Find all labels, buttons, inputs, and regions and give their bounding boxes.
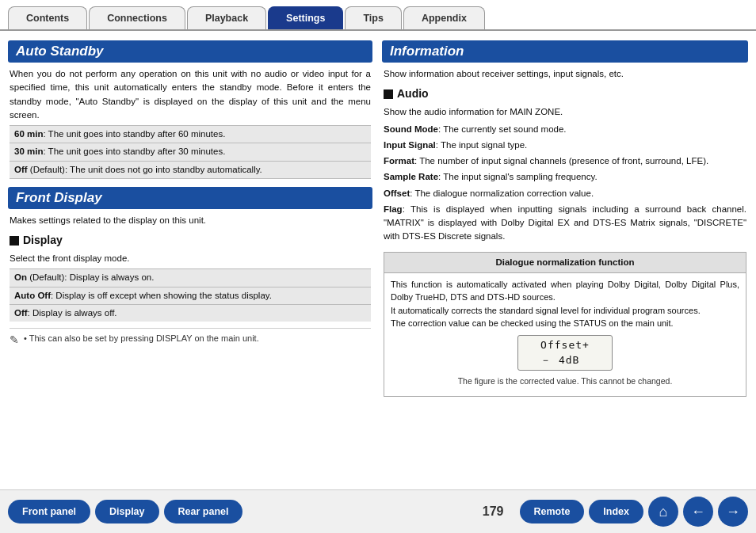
dialogue-box-body: This function is automatically activated… [384, 273, 746, 396]
tab-connections[interactable]: Connections [89, 6, 185, 29]
audio-subheading: Audio [384, 86, 746, 102]
standby-row-off: Off (Default): The unit does not go into… [10, 161, 371, 179]
content-area: Auto Standby When you do not perform any… [0, 29, 756, 475]
front-panel-button[interactable]: Front panel [8, 500, 90, 523]
index-button[interactable]: Index [589, 500, 643, 523]
front-display-body: Makes settings related to the display on… [8, 214, 372, 352]
back-button[interactable]: ← [683, 497, 713, 527]
tabs-bar: Contents Connections Playback Settings T… [0, 0, 756, 29]
square-icon [10, 236, 19, 246]
tab-playback[interactable]: Playback [187, 6, 266, 29]
info-offset: Offset: The dialogue normalization corre… [384, 187, 746, 200]
right-column: Information Show information about recei… [382, 40, 748, 467]
display-graphic: Offset+－ 4dB [517, 335, 613, 371]
auto-standby-section: Auto Standby When you do not perform any… [8, 40, 372, 179]
info-format: Format: The number of input signal chann… [384, 154, 746, 168]
display-button[interactable]: Display [95, 500, 158, 523]
page-number: 179 [483, 504, 504, 519]
display-row-on: On (Default): Display is always on. [10, 268, 371, 286]
info-input-signal: Input Signal: The input signal type. [384, 139, 746, 152]
display-subheading: Display [10, 232, 371, 249]
left-column: Auto Standby When you do not perform any… [8, 40, 372, 467]
information-section: Information Show information about recei… [382, 40, 748, 397]
dialogue-box-header: Dialogue normalization function [384, 253, 746, 273]
tab-contents[interactable]: Contents [8, 6, 87, 29]
forward-button[interactable]: → [718, 497, 748, 527]
home-button[interactable]: ⌂ [648, 497, 678, 527]
auto-standby-header: Auto Standby [8, 40, 372, 63]
square-icon-2 [384, 89, 393, 99]
information-body: Show information about receiver settings… [382, 67, 748, 397]
standby-row-30min: 30 min: The unit goes into standby after… [10, 143, 371, 160]
tab-tips[interactable]: Tips [345, 6, 401, 29]
info-flag: Flag: This is displayed when inputting s… [384, 203, 746, 244]
info-sample-rate: Sample Rate: The input signal's sampling… [384, 170, 746, 184]
information-header: Information [382, 40, 748, 63]
remote-button[interactable]: Remote [520, 500, 585, 523]
rear-panel-button[interactable]: Rear panel [164, 500, 243, 523]
note-text: • This can also be set by pressing DISPL… [24, 332, 259, 345]
front-display-header: Front Display [8, 187, 372, 209]
footer-right-buttons: Remote Index ⌂ ← → [520, 497, 749, 527]
footer: Front panel Display Rear panel 179 Remot… [0, 489, 756, 533]
display-row-autooff: Auto Off: Display is off except when sho… [10, 287, 371, 304]
footer-left-buttons: Front panel Display Rear panel [8, 500, 467, 523]
display-row-off: Off: Display is always off. [10, 304, 371, 322]
info-sound-mode: Sound Mode: The currently set sound mode… [384, 123, 746, 136]
tab-settings[interactable]: Settings [268, 6, 343, 29]
tab-appendix[interactable]: Appendix [403, 6, 485, 29]
note-area: ✎ • This can also be set by pressing DIS… [10, 328, 371, 352]
standby-row-60min: 60 min: The unit goes into standby after… [10, 125, 371, 143]
auto-standby-body: When you do not perform any operation on… [8, 67, 372, 179]
pencil-icon: ✎ [10, 332, 19, 348]
front-display-section: Front Display Makes settings related to … [8, 187, 372, 352]
dialogue-box: Dialogue normalization function This fun… [384, 252, 746, 397]
